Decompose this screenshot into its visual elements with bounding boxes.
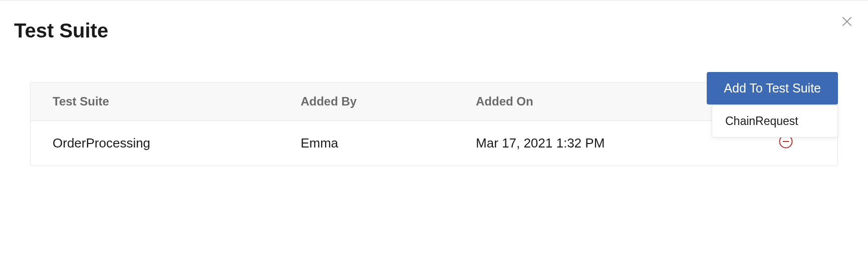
header-test-suite: Test Suite	[31, 82, 278, 121]
content-area: Add To Test Suite ChainRequest Test Suit…	[0, 82, 868, 166]
add-to-test-suite-button[interactable]: Add To Test Suite	[707, 72, 838, 104]
header-added-by: Added By	[278, 82, 454, 121]
cell-test-suite: OrderProcessing	[31, 121, 278, 166]
dropdown-item-chainrequest[interactable]: ChainRequest	[712, 106, 837, 137]
cell-added-on: Mar 17, 2021 1:32 PM	[454, 121, 756, 166]
close-icon[interactable]	[840, 14, 854, 28]
dropdown-menu: ChainRequest	[712, 105, 838, 138]
cell-added-by: Emma	[278, 121, 454, 166]
page-title: Test Suite	[0, 0, 868, 42]
